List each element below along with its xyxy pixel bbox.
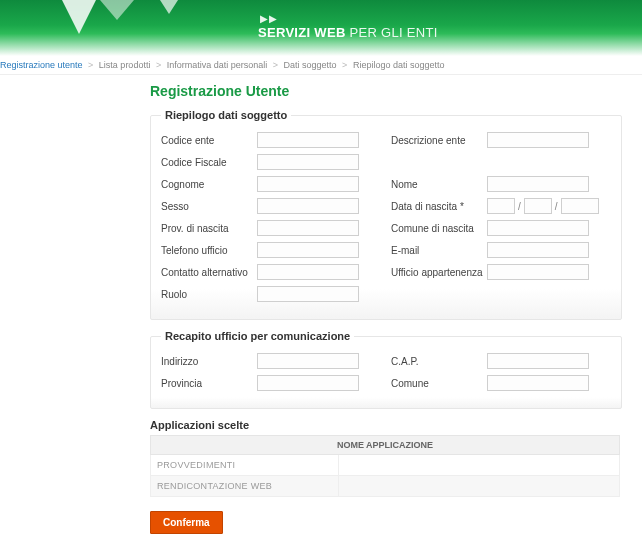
decor-triangle-icon: [100, 0, 134, 20]
header-title-bold: SERVIZI WEB: [258, 25, 346, 40]
breadcrumb-item-dati-soggetto: Dati soggetto: [284, 60, 337, 70]
ruolo-field[interactable]: [257, 286, 359, 302]
label-codice-ente: Codice ente: [161, 135, 257, 146]
applicazioni-table: NOME APPLICAZIONE PROVVEDIMENTI RENDICON…: [150, 435, 620, 497]
play-arrows-icon: ▶▶: [260, 13, 278, 24]
label-codice-fiscale: Codice Fiscale: [161, 157, 257, 168]
table-row: PROVVEDIMENTI: [151, 455, 620, 476]
date-slash: /: [518, 201, 521, 212]
app-header: ▶▶ SERVIZI WEB PER GLI ENTI: [0, 0, 642, 56]
header-title-light: PER GLI ENTI: [346, 25, 438, 40]
app-name-cell: RENDICONTAZIONE WEB: [151, 476, 339, 497]
indirizzo-field[interactable]: [257, 353, 359, 369]
label-telefono-ufficio: Telefono ufficio: [161, 245, 257, 256]
breadcrumb-sep: >: [342, 60, 347, 70]
label-descrizione-ente: Descrizione ente: [391, 135, 487, 146]
label-comune: Comune: [391, 378, 487, 389]
sesso-field[interactable]: [257, 198, 359, 214]
app-desc-cell: [338, 476, 619, 497]
codice-fiscale-field[interactable]: [257, 154, 359, 170]
app-desc-cell: [338, 455, 619, 476]
label-sesso: Sesso: [161, 201, 257, 212]
decor-triangle-icon: [62, 0, 96, 34]
data-nascita-mm-field[interactable]: [524, 198, 552, 214]
provincia-field[interactable]: [257, 375, 359, 391]
date-slash: /: [555, 201, 558, 212]
telefono-ufficio-field[interactable]: [257, 242, 359, 258]
applicazioni-section: Applicazioni scelte NOME APPLICAZIONE PR…: [150, 419, 620, 497]
main-content: Registrazione Utente Riepilogo dati sogg…: [0, 75, 642, 556]
breadcrumb-item-lista-prodotti: Lista prodotti: [99, 60, 151, 70]
fieldset-recapito: Recapito ufficio per comunicazione Indir…: [150, 330, 622, 409]
label-indirizzo: Indirizzo: [161, 356, 257, 367]
descrizione-ente-field[interactable]: [487, 132, 589, 148]
data-nascita-group: / /: [487, 198, 599, 214]
legend-recapito: Recapito ufficio per comunicazione: [161, 330, 354, 342]
label-ruolo: Ruolo: [161, 289, 257, 300]
page-title: Registrazione Utente: [150, 83, 642, 99]
applicazioni-title: Applicazioni scelte: [150, 419, 620, 431]
label-email: E-mail: [391, 245, 487, 256]
breadcrumb-item-registrazione[interactable]: Registrazione utente: [0, 60, 83, 70]
fieldset-riepilogo: Riepilogo dati soggetto Codice ente Desc…: [150, 109, 622, 320]
comune-nascita-field[interactable]: [487, 220, 589, 236]
label-nome: Nome: [391, 179, 487, 190]
table-row: RENDICONTAZIONE WEB: [151, 476, 620, 497]
breadcrumb-sep: >: [273, 60, 278, 70]
label-provincia: Provincia: [161, 378, 257, 389]
label-prov-nascita: Prov. di nascita: [161, 223, 257, 234]
codice-ente-field[interactable]: [257, 132, 359, 148]
label-contatto-alt: Contatto alternativo: [161, 267, 257, 278]
ufficio-appartenenza-field[interactable]: [487, 264, 589, 280]
breadcrumb-item-riepilogo: Riepilogo dati soggetto: [353, 60, 445, 70]
breadcrumb-sep: >: [88, 60, 93, 70]
cap-field[interactable]: [487, 353, 589, 369]
conferma-button[interactable]: Conferma: [150, 511, 223, 534]
contatto-alt-field[interactable]: [257, 264, 359, 280]
applicazioni-header: NOME APPLICAZIONE: [151, 436, 620, 455]
prov-nascita-field[interactable]: [257, 220, 359, 236]
legend-riepilogo: Riepilogo dati soggetto: [161, 109, 291, 121]
label-cognome: Cognome: [161, 179, 257, 190]
data-nascita-aaaa-field[interactable]: [561, 198, 599, 214]
nome-field[interactable]: [487, 176, 589, 192]
breadcrumb: Registrazione utente > Lista prodotti > …: [0, 56, 642, 75]
app-name-cell: PROVVEDIMENTI: [151, 455, 339, 476]
breadcrumb-sep: >: [156, 60, 161, 70]
breadcrumb-item-informativa: Informativa dati personali: [167, 60, 268, 70]
cognome-field[interactable]: [257, 176, 359, 192]
label-data-nascita: Data di nascita *: [391, 201, 487, 212]
decor-triangle-icon: [160, 0, 178, 14]
header-title: SERVIZI WEB PER GLI ENTI: [258, 25, 438, 40]
label-cap: C.A.P.: [391, 356, 487, 367]
data-nascita-gg-field[interactable]: [487, 198, 515, 214]
label-comune-nascita: Comune di nascita: [391, 223, 487, 234]
label-ufficio-appartenenza: Ufficio appartenenza: [391, 267, 487, 278]
email-field[interactable]: [487, 242, 589, 258]
comune-field[interactable]: [487, 375, 589, 391]
